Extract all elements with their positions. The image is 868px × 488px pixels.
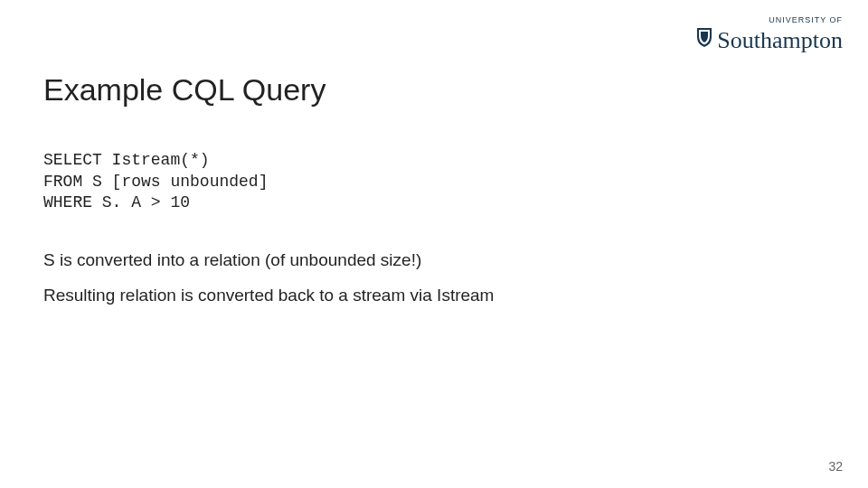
body-paragraph: S is converted into a relation (of unbou… bbox=[43, 249, 825, 272]
code-line: FROM S [rows unbounded] bbox=[43, 173, 268, 191]
slide-content: Example CQL Query SELECT Istream(*) FROM… bbox=[0, 0, 868, 488]
logo-superscript: UNIVERSITY OF bbox=[695, 16, 843, 24]
code-block: SELECT Istream(*) FROM S [rows unbounded… bbox=[43, 129, 825, 214]
page-number: 32 bbox=[828, 459, 843, 474]
logo-main: Southampton bbox=[695, 26, 843, 52]
body-paragraph: Resulting relation is converted back to … bbox=[43, 284, 825, 307]
shield-icon bbox=[695, 26, 713, 52]
logo-wordmark: Southampton bbox=[717, 29, 843, 52]
code-line: WHERE S. A > 10 bbox=[43, 193, 190, 211]
slide-title: Example CQL Query bbox=[43, 72, 825, 108]
code-line: SELECT Istream(*) bbox=[43, 151, 210, 169]
university-logo: UNIVERSITY OF Southampton bbox=[695, 16, 843, 52]
body-text: S is converted into a relation (of unbou… bbox=[43, 249, 825, 307]
